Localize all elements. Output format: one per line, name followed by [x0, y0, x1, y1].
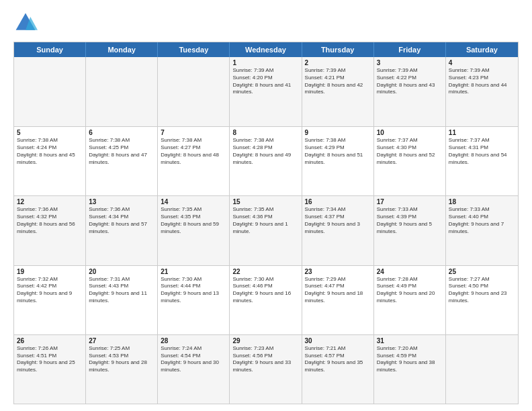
cell-info: Sunrise: 7:33 AM Sunset: 4:40 PM Dayligh…	[449, 206, 515, 235]
calendar-cell-16: 16Sunrise: 7:34 AM Sunset: 4:37 PM Dayli…	[302, 196, 374, 265]
cell-info: Sunrise: 7:32 AM Sunset: 4:42 PM Dayligh…	[17, 276, 83, 305]
cell-info: Sunrise: 7:37 AM Sunset: 4:30 PM Dayligh…	[377, 137, 443, 166]
cell-info: Sunrise: 7:35 AM Sunset: 4:35 PM Dayligh…	[161, 206, 226, 235]
calendar-row-3: 19Sunrise: 7:32 AM Sunset: 4:42 PM Dayli…	[14, 265, 518, 334]
header-day-saturday: Saturday	[446, 42, 518, 57]
day-number: 28	[161, 337, 226, 345]
calendar-cell-15: 15Sunrise: 7:35 AM Sunset: 4:36 PM Dayli…	[230, 196, 302, 265]
calendar-header: SundayMondayTuesdayWednesdayThursdayFrid…	[14, 42, 518, 57]
cell-info: Sunrise: 7:31 AM Sunset: 4:43 PM Dayligh…	[89, 276, 154, 305]
header-day-thursday: Thursday	[302, 42, 374, 57]
calendar-cell-21: 21Sunrise: 7:30 AM Sunset: 4:44 PM Dayli…	[158, 266, 230, 334]
calendar-cell-17: 17Sunrise: 7:33 AM Sunset: 4:39 PM Dayli…	[374, 196, 446, 265]
day-number: 17	[377, 198, 443, 205]
calendar-cell-20: 20Sunrise: 7:31 AM Sunset: 4:43 PM Dayli…	[86, 266, 158, 334]
cell-info: Sunrise: 7:38 AM Sunset: 4:24 PM Dayligh…	[17, 137, 83, 166]
cell-info: Sunrise: 7:34 AM Sunset: 4:37 PM Dayligh…	[305, 206, 371, 235]
cell-info: Sunrise: 7:35 AM Sunset: 4:36 PM Dayligh…	[232, 206, 298, 235]
day-number: 31	[377, 337, 443, 345]
cell-info: Sunrise: 7:20 AM Sunset: 4:59 PM Dayligh…	[377, 345, 443, 374]
calendar-cell-3: 3Sunrise: 7:39 AM Sunset: 4:22 PM Daylig…	[374, 57, 446, 126]
calendar-cell-29: 29Sunrise: 7:23 AM Sunset: 4:56 PM Dayli…	[230, 335, 302, 404]
cell-info: Sunrise: 7:30 AM Sunset: 4:46 PM Dayligh…	[232, 276, 298, 305]
day-number: 14	[161, 198, 226, 205]
cell-info: Sunrise: 7:33 AM Sunset: 4:39 PM Dayligh…	[377, 206, 443, 235]
calendar-cell-26: 26Sunrise: 7:26 AM Sunset: 4:51 PM Dayli…	[14, 335, 86, 404]
cell-info: Sunrise: 7:27 AM Sunset: 4:50 PM Dayligh…	[449, 276, 515, 305]
day-number: 23	[305, 268, 371, 275]
calendar-cell-31: 31Sunrise: 7:20 AM Sunset: 4:59 PM Dayli…	[374, 335, 446, 404]
page: SundayMondayTuesdayWednesdayThursdayFrid…	[0, 0, 532, 411]
cell-info: Sunrise: 7:39 AM Sunset: 4:23 PM Dayligh…	[449, 67, 515, 96]
day-number: 18	[449, 198, 515, 205]
day-number: 3	[377, 59, 443, 66]
day-number: 1	[232, 59, 298, 66]
calendar-cell-28: 28Sunrise: 7:24 AM Sunset: 4:54 PM Dayli…	[158, 335, 230, 404]
cell-info: Sunrise: 7:26 AM Sunset: 4:51 PM Dayligh…	[17, 345, 83, 374]
calendar-cell-7: 7Sunrise: 7:38 AM Sunset: 4:27 PM Daylig…	[158, 127, 230, 195]
calendar-cell-27: 27Sunrise: 7:25 AM Sunset: 4:53 PM Dayli…	[86, 335, 158, 404]
cell-info: Sunrise: 7:39 AM Sunset: 4:22 PM Dayligh…	[377, 67, 443, 96]
cell-info: Sunrise: 7:24 AM Sunset: 4:54 PM Dayligh…	[161, 345, 226, 374]
header-day-monday: Monday	[86, 42, 158, 57]
cell-info: Sunrise: 7:30 AM Sunset: 4:44 PM Dayligh…	[161, 276, 226, 305]
calendar-cell-12: 12Sunrise: 7:36 AM Sunset: 4:32 PM Dayli…	[14, 196, 86, 265]
day-number: 7	[161, 129, 226, 136]
header-day-tuesday: Tuesday	[158, 42, 230, 57]
cell-info: Sunrise: 7:28 AM Sunset: 4:49 PM Dayligh…	[377, 276, 443, 305]
calendar-body: 1Sunrise: 7:39 AM Sunset: 4:20 PM Daylig…	[14, 57, 518, 404]
calendar-row-0: 1Sunrise: 7:39 AM Sunset: 4:20 PM Daylig…	[14, 57, 518, 126]
calendar-cell-4: 4Sunrise: 7:39 AM Sunset: 4:23 PM Daylig…	[446, 57, 518, 126]
calendar-cell-6: 6Sunrise: 7:38 AM Sunset: 4:25 PM Daylig…	[86, 127, 158, 195]
day-number: 27	[89, 337, 154, 345]
calendar-cell-24: 24Sunrise: 7:28 AM Sunset: 4:49 PM Dayli…	[374, 266, 446, 334]
day-number: 26	[17, 337, 83, 345]
calendar-cell-30: 30Sunrise: 7:21 AM Sunset: 4:57 PM Dayli…	[302, 335, 374, 404]
calendar-cell-11: 11Sunrise: 7:37 AM Sunset: 4:31 PM Dayli…	[446, 127, 518, 195]
calendar-cell-18: 18Sunrise: 7:33 AM Sunset: 4:40 PM Dayli…	[446, 196, 518, 265]
calendar-cell-1: 1Sunrise: 7:39 AM Sunset: 4:20 PM Daylig…	[230, 57, 302, 126]
header-day-sunday: Sunday	[14, 42, 86, 57]
calendar-cell-9: 9Sunrise: 7:38 AM Sunset: 4:29 PM Daylig…	[302, 127, 374, 195]
day-number: 16	[305, 198, 371, 205]
calendar-cell-19: 19Sunrise: 7:32 AM Sunset: 4:42 PM Dayli…	[14, 266, 86, 334]
cell-info: Sunrise: 7:38 AM Sunset: 4:27 PM Dayligh…	[161, 137, 226, 166]
cell-info: Sunrise: 7:36 AM Sunset: 4:34 PM Dayligh…	[89, 206, 154, 235]
cell-info: Sunrise: 7:39 AM Sunset: 4:20 PM Dayligh…	[232, 67, 298, 96]
day-number: 10	[377, 129, 443, 136]
calendar-row-2: 12Sunrise: 7:36 AM Sunset: 4:32 PM Dayli…	[14, 195, 518, 265]
cell-info: Sunrise: 7:39 AM Sunset: 4:21 PM Dayligh…	[305, 67, 371, 96]
cell-info: Sunrise: 7:37 AM Sunset: 4:31 PM Dayligh…	[449, 137, 515, 166]
calendar-cell-22: 22Sunrise: 7:30 AM Sunset: 4:46 PM Dayli…	[230, 266, 302, 334]
day-number: 6	[89, 129, 154, 136]
day-number: 29	[232, 337, 298, 345]
logo-icon	[13, 11, 38, 35]
calendar-cell-empty	[158, 57, 230, 126]
day-number: 19	[17, 268, 83, 275]
calendar-row-4: 26Sunrise: 7:26 AM Sunset: 4:51 PM Dayli…	[14, 334, 518, 404]
day-number: 9	[305, 129, 371, 136]
calendar-cell-empty	[446, 335, 518, 404]
day-number: 12	[17, 198, 83, 205]
day-number: 24	[377, 268, 443, 275]
cell-info: Sunrise: 7:21 AM Sunset: 4:57 PM Dayligh…	[305, 345, 371, 374]
day-number: 4	[449, 59, 515, 66]
day-number: 25	[449, 268, 515, 275]
cell-info: Sunrise: 7:23 AM Sunset: 4:56 PM Dayligh…	[232, 345, 298, 374]
header	[13, 11, 519, 35]
day-number: 13	[89, 198, 154, 205]
header-day-friday: Friday	[374, 42, 446, 57]
cell-info: Sunrise: 7:38 AM Sunset: 4:28 PM Dayligh…	[232, 137, 298, 166]
cell-info: Sunrise: 7:38 AM Sunset: 4:29 PM Dayligh…	[305, 137, 371, 166]
day-number: 8	[232, 129, 298, 136]
cell-info: Sunrise: 7:38 AM Sunset: 4:25 PM Dayligh…	[89, 137, 154, 166]
header-day-wednesday: Wednesday	[230, 42, 302, 57]
logo	[13, 11, 40, 35]
calendar-cell-empty	[14, 57, 86, 126]
day-number: 21	[161, 268, 226, 275]
day-number: 22	[232, 268, 298, 275]
calendar-cell-5: 5Sunrise: 7:38 AM Sunset: 4:24 PM Daylig…	[14, 127, 86, 195]
calendar-cell-empty	[86, 57, 158, 126]
day-number: 11	[449, 129, 515, 136]
calendar-row-1: 5Sunrise: 7:38 AM Sunset: 4:24 PM Daylig…	[14, 126, 518, 195]
